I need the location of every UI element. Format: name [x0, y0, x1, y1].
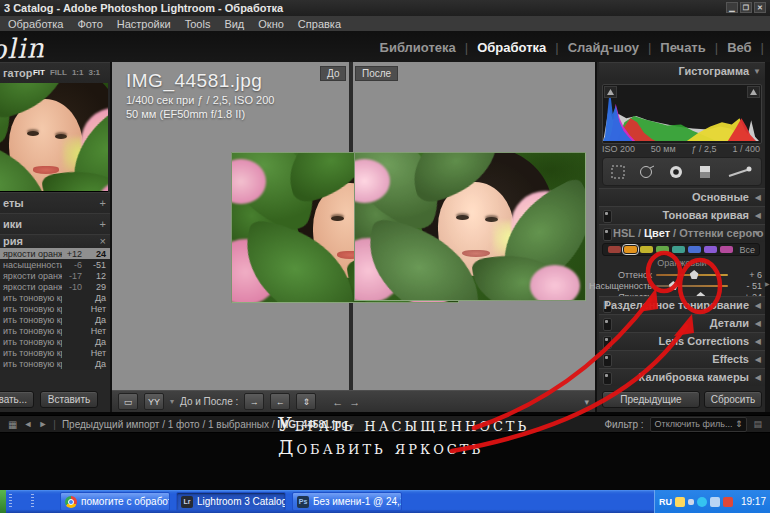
- keyboard-tray-icon[interactable]: [675, 497, 685, 507]
- copy-before-to-after-button[interactable]: →: [244, 393, 264, 410]
- reset-button[interactable]: Сбросить: [704, 391, 762, 408]
- plus-icon[interactable]: +: [100, 193, 106, 213]
- section-toggle-switch[interactable]: [603, 228, 612, 241]
- right-panel-collapse-strip[interactable]: ▶: [765, 62, 770, 412]
- menu-item[interactable]: Фото: [77, 18, 102, 30]
- navigator-preview[interactable]: [0, 83, 108, 192]
- close-icon[interactable]: ×: [100, 235, 106, 248]
- all-colors-label[interactable]: Все: [739, 245, 755, 255]
- previous-button[interactable]: Предыдущие: [602, 391, 700, 408]
- loupe-view-icon[interactable]: ▭: [118, 393, 138, 410]
- color-swatch[interactable]: [720, 246, 733, 253]
- highlight-clipping-icon[interactable]: [747, 86, 760, 98]
- language-indicator[interactable]: RU: [659, 497, 672, 507]
- history-row[interactable]: яркости оранжевого -17 12: [0, 270, 110, 281]
- start-button[interactable]: [0, 490, 6, 513]
- presets-header[interactable]: еты +: [0, 192, 110, 213]
- next-photo-icon[interactable]: →: [349, 396, 360, 408]
- color-swatch[interactable]: [624, 246, 637, 253]
- history-row[interactable]: насыщенности ора... -6 -51: [0, 259, 110, 270]
- network-tray-icon[interactable]: [710, 497, 720, 507]
- history-row[interactable]: ить тоновую кривую Нет: [0, 303, 110, 314]
- slider-value[interactable]: - 51: [746, 281, 762, 291]
- paste-button[interactable]: Вставить: [40, 391, 98, 408]
- messenger-tray-icon[interactable]: [697, 497, 707, 507]
- crop-tool-icon[interactable]: [609, 163, 627, 181]
- color-swatch[interactable]: [688, 246, 701, 253]
- history-row[interactable]: ить тоновую кривую Да: [0, 292, 110, 303]
- zoom-option[interactable]: FILL: [50, 63, 67, 83]
- shadow-clipping-icon[interactable]: [604, 86, 617, 98]
- menu-item[interactable]: Tools: [185, 18, 211, 30]
- prev-photo-icon[interactable]: ←: [332, 396, 343, 408]
- module-tab[interactable]: Печать: [660, 40, 705, 55]
- filter-dropdown[interactable]: Отключить филь... ⇕: [650, 417, 748, 432]
- before-after-view-button[interactable]: YY: [144, 393, 164, 410]
- navigator-header[interactable]: гатор FITFILL1:13:1: [0, 62, 110, 83]
- zoom-option[interactable]: 1:1: [72, 63, 84, 83]
- close-button[interactable]: ✕: [754, 2, 766, 13]
- quicklaunch-grip[interactable]: [31, 494, 34, 509]
- color-swatch[interactable]: [672, 246, 685, 253]
- tray-icon[interactable]: [688, 499, 694, 505]
- title-bar[interactable]: 3 Catalog - Adobe Photoshop Lightroom - …: [0, 0, 770, 16]
- hsl-section-header[interactable]: HSL / Цвет / Оттенки серого ▼: [599, 224, 765, 242]
- menu-item[interactable]: Настройки: [117, 18, 171, 30]
- plus-icon[interactable]: +: [100, 214, 106, 234]
- task-button[interactable]: Lr Lightroom 3 Catalog -...: [176, 492, 286, 511]
- history-row[interactable]: яркости оранжевого +12 24: [0, 248, 110, 259]
- task-button[interactable]: Ps Без имени-1 @ 24,2...: [292, 492, 402, 511]
- section-toggle-switch[interactable]: [603, 372, 612, 385]
- history-row[interactable]: яркости оранжевого -10 29: [0, 281, 110, 292]
- next-arrow-icon[interactable]: ►: [38, 419, 47, 429]
- slider-track[interactable]: [656, 274, 728, 276]
- section-toggle-switch[interactable]: [603, 336, 612, 349]
- slider-thumb[interactable]: [690, 270, 699, 279]
- adjustment-brush-tool-icon[interactable]: [725, 163, 755, 181]
- history-row[interactable]: ить тоновую кривую Нет: [0, 347, 110, 358]
- menu-item[interactable]: Окно: [258, 18, 284, 30]
- panel-section-header[interactable]: Lens Corrections ◀: [599, 332, 765, 350]
- history-row[interactable]: ить тоновую кривую Да: [0, 314, 110, 325]
- module-tab[interactable]: Обработка: [477, 40, 546, 55]
- copy-after-to-before-button[interactable]: ←: [270, 393, 290, 410]
- filter-lock-icon[interactable]: ▤: [753, 419, 762, 429]
- basic-section-header[interactable]: Основные ◀: [599, 188, 765, 206]
- module-tab[interactable]: Веб: [727, 40, 751, 55]
- color-swatch[interactable]: [640, 246, 653, 253]
- copy-button[interactable]: овать...: [0, 391, 34, 408]
- task-button[interactable]: помогите с обработ...: [60, 492, 170, 511]
- tab-color[interactable]: Цвет: [644, 227, 670, 239]
- color-swatch[interactable]: [608, 246, 621, 253]
- section-toggle-switch[interactable]: [603, 354, 612, 367]
- section-toggle-switch[interactable]: [603, 210, 612, 223]
- tab-hsl[interactable]: HSL: [613, 227, 635, 239]
- swap-before-after-button[interactable]: ⇕: [296, 393, 316, 410]
- grid-view-icon[interactable]: ▦: [8, 419, 17, 430]
- tone-curve-section-header[interactable]: Тоновая кривая ◀: [599, 206, 765, 224]
- history-header[interactable]: рия ×: [0, 234, 110, 248]
- menu-item[interactable]: Справка: [298, 18, 341, 30]
- panel-section-header[interactable]: Effects ◀: [599, 350, 765, 368]
- graduated-filter-tool-icon[interactable]: [696, 163, 714, 181]
- toolbar-options-icon[interactable]: ▾: [584, 397, 589, 407]
- history-row[interactable]: ить тоновую кривую Да: [0, 336, 110, 347]
- menu-item[interactable]: Вид: [224, 18, 244, 30]
- section-toggle-switch[interactable]: [603, 318, 612, 331]
- red-eye-tool-icon[interactable]: [667, 163, 685, 181]
- tab-grayscale[interactable]: Оттенки серого: [679, 227, 763, 239]
- slider-track[interactable]: [656, 285, 728, 287]
- panel-section-header[interactable]: Разделенное тонирование ◀: [599, 296, 765, 314]
- alert-tray-icon[interactable]: [723, 497, 733, 507]
- history-row[interactable]: ить тоновую кривую Да: [0, 358, 110, 369]
- history-row[interactable]: ить тоновую кривую Нет: [0, 325, 110, 336]
- spot-removal-tool-icon[interactable]: [638, 163, 656, 181]
- histogram-header[interactable]: Гистограмма ▼: [599, 62, 765, 80]
- panel-section-header[interactable]: Калибровка камеры ◀: [599, 368, 765, 386]
- panel-section-header[interactable]: Детали ◀: [599, 314, 765, 332]
- prev-arrow-icon[interactable]: ◄: [23, 419, 32, 429]
- module-tab[interactable]: Слайд-шоу: [568, 40, 639, 55]
- minimize-button[interactable]: ▁: [726, 2, 738, 13]
- module-tab[interactable]: Библиотека: [380, 40, 456, 55]
- zoom-option[interactable]: 3:1: [88, 63, 100, 83]
